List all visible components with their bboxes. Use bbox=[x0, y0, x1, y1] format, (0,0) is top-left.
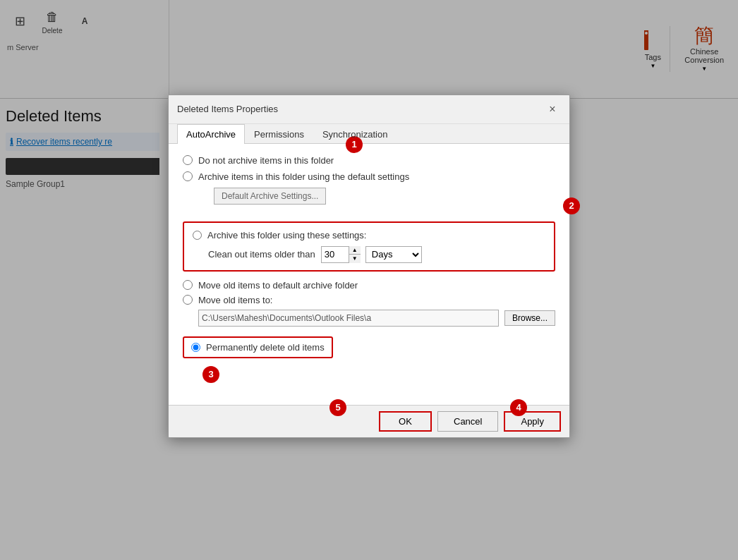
days-select[interactable]: Days Weeks Months bbox=[365, 246, 422, 263]
days-input-wrapper: 30 ▲ ▼ bbox=[321, 246, 360, 263]
permanently-delete-box: Permanently delete old items bbox=[183, 336, 333, 358]
radio-permanently-delete-input[interactable] bbox=[191, 343, 200, 352]
radio-archive-default[interactable]: Archive items in this folder using the d… bbox=[183, 171, 555, 182]
radio-archive-default-input[interactable] bbox=[183, 171, 193, 181]
dialog-overlay: 1 2 Deleted Items Properties × AutoArchi… bbox=[0, 0, 738, 560]
radio-archive-default-label: Archive items in this folder using the d… bbox=[198, 171, 409, 182]
archive-settings-box: Archive this folder using these settings… bbox=[183, 221, 555, 272]
spinner-down-button[interactable]: ▼ bbox=[349, 255, 361, 263]
dialog: 1 2 Deleted Items Properties × AutoArchi… bbox=[168, 95, 570, 438]
archive-settings-header: Archive this folder using these settings… bbox=[193, 230, 545, 241]
dialog-tabs: AutoArchive Permissions Synchronization bbox=[169, 124, 569, 144]
radio-do-not-archive-input[interactable] bbox=[183, 155, 193, 165]
dialog-content: Do not archive items in this folder Arch… bbox=[169, 144, 569, 405]
radio-move-default-input[interactable] bbox=[183, 280, 193, 290]
radio-move-default[interactable]: Move old items to default archive folder bbox=[183, 280, 555, 291]
radio-do-not-archive-label: Do not archive items in this folder bbox=[198, 155, 334, 166]
annotation-badge-4: 4 bbox=[510, 399, 527, 416]
radio-move-to[interactable]: Move old items to: bbox=[183, 295, 555, 305]
annotation-badge-2: 2 bbox=[563, 197, 580, 214]
dialog-title: Deleted Items Properties bbox=[177, 104, 278, 114]
annotation-badge-3: 3 bbox=[202, 366, 219, 383]
cancel-button[interactable]: Cancel bbox=[437, 411, 498, 432]
browse-button[interactable]: Browse... bbox=[504, 310, 555, 326]
default-archive-settings-button[interactable]: Default Archive Settings... bbox=[214, 188, 326, 205]
radio-permanently-delete-label: Permanently delete old items bbox=[206, 342, 325, 353]
radio-do-not-archive[interactable]: Do not archive items in this folder bbox=[183, 155, 555, 166]
radio-archive-these-settings-input[interactable] bbox=[193, 231, 202, 240]
path-input[interactable] bbox=[198, 310, 499, 327]
move-items-path-row: Browse... bbox=[198, 310, 555, 327]
radio-archive-these-settings-label: Archive this folder using these settings… bbox=[207, 230, 366, 241]
clean-out-label: Clean out items older than bbox=[208, 249, 315, 260]
dialog-titlebar: Deleted Items Properties × bbox=[169, 95, 569, 124]
tab-autoarchive[interactable]: AutoArchive bbox=[177, 124, 245, 144]
annotation-badge-5: 5 bbox=[329, 399, 346, 416]
spinner-up-button[interactable]: ▲ bbox=[349, 246, 361, 255]
spinner-buttons: ▲ ▼ bbox=[349, 246, 361, 263]
clean-out-row: Clean out items older than 30 ▲ ▼ Days W… bbox=[208, 246, 545, 263]
tab-permissions[interactable]: Permissions bbox=[245, 124, 313, 144]
default-archive-btn-wrapper: Default Archive Settings... bbox=[198, 188, 555, 213]
tab-synchronization[interactable]: Synchronization bbox=[313, 124, 397, 144]
ok-button[interactable]: OK bbox=[379, 411, 432, 432]
spacer bbox=[183, 358, 555, 394]
radio-move-to-input[interactable] bbox=[183, 295, 193, 305]
radio-move-to-label: Move old items to: bbox=[198, 295, 273, 305]
permanently-delete-section: Permanently delete old items 3 bbox=[183, 336, 555, 358]
dialog-close-button[interactable]: × bbox=[544, 101, 561, 118]
days-number-input[interactable]: 30 bbox=[322, 248, 349, 261]
dialog-footer: OK Cancel Apply 4 5 bbox=[169, 405, 569, 437]
radio-move-default-label: Move old items to default archive folder bbox=[198, 280, 358, 291]
